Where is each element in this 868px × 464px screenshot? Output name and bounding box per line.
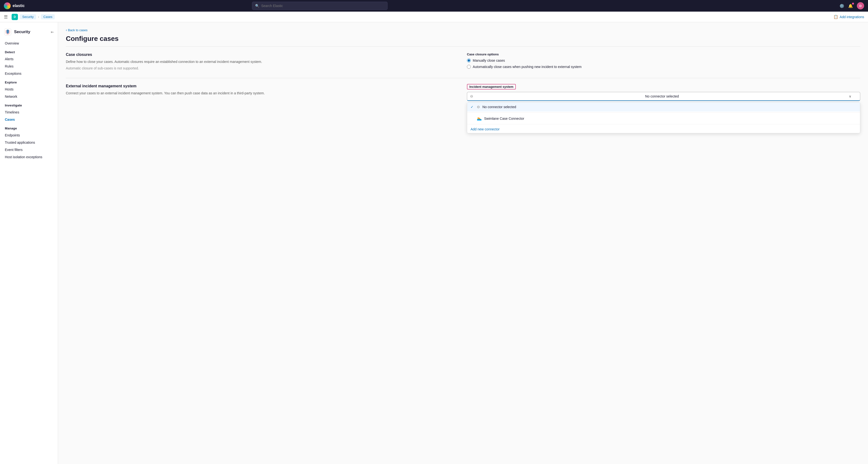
main-content: ‹ Back to cases Configure cases Case clo…	[58, 22, 868, 464]
search-bar[interactable]: 🔍	[252, 2, 388, 10]
integrations-icon: 📋	[833, 14, 838, 19]
external-system-description: Connect your cases to an external incide…	[66, 91, 459, 96]
updates-icon[interactable]: ⚙️	[839, 4, 844, 8]
incident-management-label: Incident management system	[467, 84, 516, 90]
sidebar-item-hosts[interactable]: Hosts	[0, 86, 58, 93]
search-icon: 🔍	[255, 4, 259, 8]
breadcrumb-security[interactable]: Security	[20, 14, 36, 19]
case-closures-left: Case closures Define how to close your c…	[66, 53, 459, 70]
connector-dropdown-value: No connector selected	[645, 94, 679, 98]
sidebar-title: Security	[14, 30, 30, 34]
radio-auto-close-label: Automatically close cases when pushing n…	[473, 65, 582, 69]
external-system-right: Incident management system ⊖ No connecto…	[467, 84, 860, 101]
dropdown-chevron-icon: ∨	[849, 94, 851, 98]
add-integrations-button[interactable]: 📋 Add integrations	[833, 14, 864, 19]
case-closures-heading: Case closures	[66, 53, 459, 57]
sidebar: Security ⇤ Overview Detect Alerts Rules …	[0, 22, 58, 464]
connector-option-none-label: No connector selected	[483, 105, 516, 109]
check-icon: ✓	[470, 105, 474, 109]
sidebar-item-network[interactable]: Network	[0, 93, 58, 100]
back-arrow-icon: ‹	[66, 28, 67, 32]
breadcrumb-bar: ☰ D Security › Cases 📋 Add integrations	[0, 11, 868, 22]
app-layout: Security ⇤ Overview Detect Alerts Rules …	[0, 22, 868, 464]
elastic-logo[interactable]: elastic	[4, 2, 25, 9]
case-closures-note: Automatic closure of sub-cases is not su…	[66, 66, 459, 70]
top-navigation: elastic 🔍 ⚙️ 🔔 D	[0, 0, 868, 11]
case-closures-section: Case closures Define how to close your c…	[66, 53, 860, 70]
search-input[interactable]	[261, 4, 384, 8]
add-integrations-label: Add integrations	[840, 15, 864, 19]
sidebar-item-endpoints[interactable]: Endpoints	[0, 132, 58, 139]
case-closures-description: Define how to close your cases. Automati…	[66, 59, 459, 64]
radio-manually-close-input[interactable]	[467, 59, 471, 62]
sidebar-section-investigate: Investigate	[0, 100, 58, 109]
radio-auto-close[interactable]: Automatically close cases when pushing n…	[467, 65, 860, 69]
radio-manually-close-label: Manually close cases	[473, 59, 505, 62]
external-system-heading: External incident management system	[66, 84, 459, 88]
swimlane-check-placeholder: ✓	[470, 117, 474, 121]
radio-auto-close-input[interactable]	[467, 65, 471, 69]
external-system-section: External incident management system Conn…	[66, 84, 860, 101]
connector-dropdown-container: ⊖ No connector selected ∨ ✓ ⊖ No connect…	[467, 92, 860, 101]
external-system-left: External incident management system Conn…	[66, 84, 459, 101]
swimlane-icon: 🏊	[477, 116, 482, 121]
sidebar-header: Security ⇤	[0, 26, 58, 40]
sidebar-item-trusted-applications[interactable]: Trusted applications	[0, 139, 58, 146]
notifications-icon[interactable]: 🔔	[848, 4, 853, 8]
sidebar-item-host-isolation-exceptions[interactable]: Host isolation exceptions	[0, 154, 58, 161]
radio-manually-close[interactable]: Manually close cases	[467, 59, 860, 62]
breadcrumb-cases[interactable]: Cases	[41, 14, 55, 19]
none-circle-icon: ⊖	[477, 105, 480, 109]
sidebar-item-exceptions[interactable]: Exceptions	[0, 70, 58, 77]
elastic-logo-text: elastic	[12, 4, 25, 8]
sidebar-section-detect: Detect	[0, 47, 58, 56]
breadcrumb-arrow-1: ›	[38, 15, 39, 19]
sidebar-section-manage: Manage	[0, 123, 58, 132]
security-logo	[4, 28, 11, 36]
back-to-cases-link[interactable]: ‹ Back to cases	[66, 28, 860, 32]
notification-badge	[852, 3, 854, 5]
sidebar-section-explore: Explore	[0, 77, 58, 86]
sidebar-item-cases[interactable]: Cases	[0, 116, 58, 123]
case-closures-right: Case closure options Manually close case…	[467, 53, 860, 70]
sidebar-item-rules[interactable]: Rules	[0, 63, 58, 70]
sidebar-item-overview[interactable]: Overview	[0, 40, 58, 47]
page-title: Configure cases	[66, 35, 860, 42]
case-closure-options-label: Case closure options	[467, 53, 860, 56]
connector-option-none[interactable]: ✓ ⊖ No connector selected	[467, 102, 860, 111]
nav-right: ⚙️ 🔔 D	[839, 2, 864, 9]
elastic-logo-icon	[4, 2, 11, 9]
breadcrumb-d-icon: D	[11, 14, 18, 20]
sidebar-item-alerts[interactable]: Alerts	[0, 56, 58, 63]
case-closure-radio-group: Manually close cases Automatically close…	[467, 59, 860, 69]
sidebar-item-timelines[interactable]: Timelines	[0, 109, 58, 116]
connector-option-swimlane[interactable]: ✓ 🏊 Swimlane Case Connector	[467, 114, 860, 123]
menu-icon[interactable]: ☰	[4, 14, 8, 20]
sidebar-collapse-icon[interactable]: ⇤	[51, 30, 54, 34]
back-to-cases-label: Back to cases	[68, 28, 88, 32]
connector-option-swimlane-label: Swimlane Case Connector	[484, 117, 524, 121]
page-divider	[66, 46, 860, 47]
user-avatar[interactable]: D	[857, 2, 864, 9]
connector-circle-icon: ⊖	[470, 94, 473, 98]
sidebar-item-event-filters[interactable]: Event filters	[0, 146, 58, 154]
connector-dropdown[interactable]: ⊖ No connector selected ∨	[467, 92, 860, 101]
add-new-connector-link[interactable]: Add new connector	[467, 125, 860, 133]
connector-dropdown-menu: ✓ ⊖ No connector selected ✓ 🏊 Swimlane C…	[467, 102, 860, 133]
section-divider	[66, 78, 860, 78]
dropdown-divider	[467, 112, 860, 113]
